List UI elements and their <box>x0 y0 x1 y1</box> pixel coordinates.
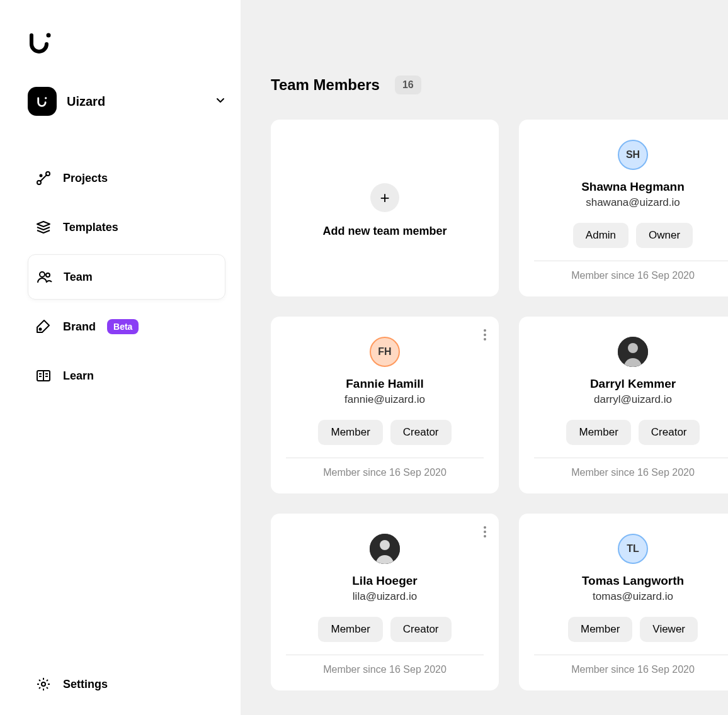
nav-projects[interactable]: Projects <box>28 156 225 200</box>
member-since: Member since 16 Sep 2020 <box>323 467 446 478</box>
nav-label: Brand <box>63 320 96 334</box>
role-chip: Member <box>568 617 632 642</box>
nav-label: Templates <box>63 221 118 234</box>
member-roles: Member Creator <box>318 617 451 642</box>
role-chip: Creator <box>639 420 700 445</box>
workspace-selector[interactable]: Uizard <box>28 87 225 116</box>
svg-point-5 <box>40 272 45 277</box>
role-chip: Creator <box>390 420 452 445</box>
divider <box>534 458 728 458</box>
member-cards: + Add new team member SH Shawna Hegmann … <box>271 120 728 690</box>
svg-point-1 <box>45 97 47 99</box>
nav-templates[interactable]: Templates <box>28 205 225 249</box>
member-name: Fannie Hamill <box>346 377 424 391</box>
role-chip: Member <box>566 420 630 445</box>
team-icon <box>36 269 52 285</box>
nav-label: Projects <box>63 172 108 185</box>
role-chip: Admin <box>573 223 628 248</box>
member-name: Shawna Hegmann <box>581 180 685 194</box>
member-name: Darryl Kemmer <box>590 377 676 391</box>
learn-icon <box>35 368 52 384</box>
member-card: Lila Hoeger lila@uizard.io Member Creato… <box>271 514 499 690</box>
workspace-name: Uizard <box>67 94 205 109</box>
nav-label: Settings <box>63 678 108 691</box>
member-since: Member since 16 Sep 2020 <box>571 664 695 675</box>
avatar <box>618 337 648 367</box>
svg-point-6 <box>46 273 50 277</box>
svg-point-11 <box>628 343 638 353</box>
templates-icon <box>35 219 52 235</box>
avatar: TL <box>618 534 648 564</box>
member-roles: Member Creator <box>318 420 451 445</box>
role-chip: Member <box>318 420 382 445</box>
role-chip: Viewer <box>640 617 698 642</box>
avatar: FH <box>370 337 400 367</box>
divider <box>286 458 484 458</box>
add-member-label: Add new team member <box>322 225 446 238</box>
divider <box>534 655 728 655</box>
svg-point-13 <box>380 540 390 550</box>
member-roles: Member Creator <box>566 420 699 445</box>
workspace-avatar <box>28 87 57 116</box>
member-name: Lila Hoeger <box>352 574 417 588</box>
more-menu-button[interactable] <box>484 526 486 538</box>
role-chip: Owner <box>636 223 693 248</box>
add-member-card[interactable]: + Add new team member <box>271 120 499 296</box>
page-title: Team Members <box>271 76 380 94</box>
nav: Projects Templates Team Brand Beta Lea <box>28 156 225 398</box>
member-card: FH Fannie Hamill fannie@uizard.io Member… <box>271 317 499 493</box>
svg-point-9 <box>42 682 45 686</box>
member-card: Darryl Kemmer darryl@uizard.io Member Cr… <box>519 317 728 493</box>
member-since: Member since 16 Sep 2020 <box>571 270 695 281</box>
member-card: TL Tomas Langworth tomas@uizard.io Membe… <box>519 514 728 690</box>
divider <box>286 655 484 655</box>
avatar <box>370 534 400 564</box>
member-name: Tomas Langworth <box>582 574 684 588</box>
member-email: lila@uizard.io <box>353 590 417 603</box>
svg-point-7 <box>40 329 42 330</box>
plus-icon: + <box>370 183 399 212</box>
member-email: darryl@uizard.io <box>594 393 672 406</box>
projects-icon <box>35 170 52 186</box>
sidebar: Uizard Projects Templates Team <box>0 0 241 715</box>
member-email: tomas@uizard.io <box>593 590 673 603</box>
member-since: Member since 16 Sep 2020 <box>571 467 695 478</box>
member-email: fannie@uizard.io <box>344 393 425 406</box>
page-header: Team Members 16 <box>271 76 728 94</box>
avatar: SH <box>618 140 648 170</box>
brand-icon <box>35 318 52 335</box>
member-count-badge: 16 <box>395 76 421 94</box>
nav-label: Team <box>64 271 93 284</box>
beta-badge: Beta <box>107 319 139 334</box>
member-since: Member since 16 Sep 2020 <box>323 664 446 675</box>
member-email: shawana@uizard.io <box>586 196 680 209</box>
nav-settings[interactable]: Settings <box>28 668 225 700</box>
role-chip: Member <box>318 617 382 642</box>
divider <box>534 261 728 261</box>
app-logo <box>28 30 54 57</box>
nav-brand[interactable]: Brand Beta <box>28 305 225 349</box>
chevron-down-icon <box>215 95 225 108</box>
member-roles: Admin Owner <box>573 223 693 248</box>
more-menu-button[interactable] <box>484 329 486 341</box>
gear-icon <box>35 676 52 692</box>
member-roles: Member Viewer <box>568 617 698 642</box>
nav-label: Learn <box>63 369 94 383</box>
role-chip: Creator <box>390 617 452 642</box>
svg-point-0 <box>47 33 51 38</box>
nav-team[interactable]: Team <box>28 254 225 300</box>
member-card: SH Shawna Hegmann shawana@uizard.io Admi… <box>519 120 728 296</box>
main-content: Team Members 16 + Add new team member SH… <box>241 0 728 715</box>
nav-learn[interactable]: Learn <box>28 354 225 398</box>
svg-point-4 <box>40 175 42 177</box>
